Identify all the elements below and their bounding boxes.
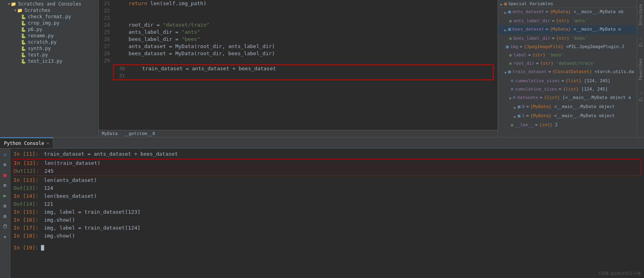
watermark: CSDN @吉林大学王小楠 [599, 271, 641, 276]
sidebar-item-p6[interactable]: 🐍 p6.py [0, 26, 98, 33]
var-row-bees-dataset[interactable]: ▶ ▦ bees_dataset = {MyData} <__main__.My… [498, 25, 637, 35]
tab-python-console-label: Python Console [4, 141, 44, 146]
console-body: ↺ ≡ ■ ≡ ▶ ≡ ⚙ ⏱ + In [11]: train_dataset… [0, 149, 644, 278]
py-icon-crop-img: 🐍 [21, 21, 26, 26]
var-icon-dataset-1: ▦ [518, 113, 520, 119]
code-editor-content[interactable]: 21 return len(self.img_path) 22 23 24 ro… [99, 0, 498, 130]
list-button[interactable]: ≡ [1, 160, 9, 168]
side-label-structure[interactable]: Structure [638, 4, 643, 25]
code-line-26: 26 bees_label_dir = "bees" [99, 36, 498, 43]
var-row-datasets-0[interactable]: ▶ ▦ 0 = {MyData} <__main__.MyData object [498, 103, 637, 112]
var-icon-dataset-0: ▦ [518, 104, 520, 110]
clock-button[interactable]: ⏱ [1, 222, 9, 230]
sidebar-label-rename: rename.py [28, 33, 54, 39]
var-icon-label: ◉ [509, 52, 512, 58]
expand-icon-scratches: ▼ [14, 8, 16, 12]
list-button2[interactable]: ≡ [1, 181, 9, 189]
sidebar-label-check-format: check_format.py [28, 14, 71, 19]
run-button[interactable]: ▶ [1, 191, 9, 199]
sidebar-label-test: test.py [28, 52, 48, 58]
sidebar-item-test[interactable]: 🐍 test.py [0, 52, 98, 58]
variables-panel: ▶ ▦ Special Variables ▶ ▦ ants_dataset =… [498, 0, 637, 137]
add-button[interactable]: + [1, 233, 9, 241]
var-icon-cumulative: ≡ [511, 86, 514, 93]
sidebar-label-scratches-and-consoles: Scratches and Consoles [18, 1, 81, 7]
console-line-out13: Out[13]: 124 [14, 184, 641, 192]
variables-header[interactable]: ▶ ▦ Special Variables [498, 0, 637, 8]
var-row-len[interactable]: ◉ __len__ = {int} 2 [498, 121, 637, 129]
console-line-out14: Out[14]: 121 [14, 200, 641, 208]
console-line-in13: In [13]: len(ants_dataset) [14, 176, 641, 184]
var-icon-ants-label: ◉ [509, 18, 512, 24]
code-line-27: 27 ants_dataset = MyData(root_dir, ants_… [99, 43, 498, 50]
sidebar-item-scratches-and-consoles[interactable]: ▼ 📁 Scratches and Consoles [0, 1, 98, 7]
sidebar-item-synth[interactable]: 🐍 synth.py [0, 45, 98, 52]
var-row-ants-dataset[interactable]: ▶ ▦ ants_dataset = {MyData} <__main__.My… [498, 8, 637, 17]
py-icon-rename: 🐍 [21, 33, 26, 39]
sidebar-item-rename[interactable]: 🐍 rename.py [0, 33, 98, 39]
var-icon-train-dataset: ▦ [508, 69, 511, 75]
console-line-out12: Out[12]: 245 [14, 167, 640, 175]
var-row-train-dataset[interactable]: ▼ ▦ train_dataset = {ConcatDataset} <tor… [498, 68, 637, 77]
rerun-button[interactable]: ↺ [1, 150, 9, 158]
var-icon-bees-label: ◉ [509, 35, 512, 42]
sidebar-label-synth: synth.py [28, 46, 51, 51]
var-row-bees-label-dir[interactable]: ◉ bees_label_dir = {str} 'bees' [498, 35, 637, 43]
breadcrumb-method[interactable]: __getitem__0 [123, 131, 155, 136]
folder-scratches-icon: 📁 [17, 8, 23, 13]
sidebar-item-test-ic13[interactable]: 🐍 test_ic13.py [0, 58, 98, 64]
var-icon-bees-dataset: ▦ [508, 26, 511, 33]
console-line-in15: In [15]: img, label = train_dataset[123] [14, 208, 641, 216]
sidebar-label-scratches: Scratches [24, 8, 50, 13]
console-line-in18: In [18]: img.show() [14, 232, 641, 240]
side-panel-labels: Structure Z: : Favorites 2: : [637, 0, 644, 137]
sidebar-item-check-format[interactable]: 🐍 check_format.py [0, 14, 98, 20]
py-icon-test: 🐍 [21, 52, 26, 58]
var-row-img[interactable]: ▦ img = {JpegImageFile} <PIL.JpegImagePl… [498, 43, 637, 51]
var-row-ants-label-dir[interactable]: ◉ ants_label_dir = {str} 'ants' [498, 17, 637, 25]
console-output[interactable]: In [11]: train_dataset = ants_dataset + … [10, 149, 644, 278]
console-input-line[interactable]: In [19]: [14, 244, 641, 252]
var-row-label[interactable]: ◉ label = {str} 'bees' [498, 51, 637, 60]
sidebar-label-p6: p6.py [28, 27, 42, 32]
console-line-in12: In [12]: len(train_dataset) [14, 159, 640, 167]
side-label-favorites[interactable]: Favorites [638, 59, 643, 80]
console-line-in17: In [17]: img, label = train_dataset[124] [14, 224, 641, 232]
variables-expand-icon: ▶ [500, 2, 502, 6]
var-row-cumulative-sizes[interactable]: ≡ cumulative_sizes = {list} [124, 245] [498, 85, 637, 94]
console-empty-line [14, 240, 641, 244]
side-label-z[interactable]: Z: : [638, 37, 643, 47]
variables-header-label: Special Variables [508, 1, 553, 6]
settings-button[interactable]: ⚙ [1, 212, 9, 220]
tab-close-button[interactable]: ✕ [47, 141, 49, 145]
tab-python-console[interactable]: Python Console ✕ [0, 137, 53, 148]
code-line-23: 23 [99, 14, 498, 21]
stop-button[interactable]: ■ [1, 171, 9, 179]
sidebar-label-crop-img: crop_img.py [28, 20, 59, 26]
console-toolbar: ↺ ≡ ■ ≡ ▶ ≡ ⚙ ⏱ + [0, 149, 10, 278]
var-row-datasets-1[interactable]: ▶ ▦ 1 = {MyData} <__main__.MyData object [498, 112, 637, 121]
code-editor: 21 return len(self.img_path) 22 23 24 ro… [99, 0, 498, 137]
var-row-datasets[interactable]: ▼ ≡ datasets = {list} [<__main__.MyData … [498, 94, 637, 103]
code-line-24: 24 root_dir = "dataset/train" [99, 21, 498, 29]
code-line-25: 25 ants_label_dir = "ants" [99, 29, 498, 36]
folder-icon: 📁 [11, 2, 16, 7]
sidebar-item-scratch[interactable]: 🐍 scratch.py [0, 39, 98, 45]
var-icon-ants-dataset: ▦ [508, 9, 511, 15]
file-tree: ▼ 📁 Scratches and Consoles ▼ 📁 Scratches… [0, 0, 99, 137]
py-icon-test-ic13: 🐍 [21, 59, 26, 64]
sidebar-item-scratches[interactable]: ▼ 📁 Scratches [0, 7, 98, 14]
console-line-in16: In [16]: img.show() [14, 216, 641, 224]
list-button3[interactable]: ≡ [1, 202, 9, 210]
highlighted-code-block: 30 train_dataset = ants_dataset + bees_d… [113, 64, 494, 80]
console-line-in11: In [11]: train_dataset = ants_dataset + … [14, 150, 641, 158]
var-icon-cummulative: ≡ [511, 78, 514, 84]
var-row-cummulative-sizes[interactable]: ≡ cummulative_sizes = {list} [124, 245] [498, 77, 637, 85]
expand-icon: ▼ [8, 2, 10, 6]
py-icon-scratch: 🐍 [21, 40, 26, 45]
breadcrumb-class[interactable]: MyData [102, 131, 118, 136]
sidebar-item-crop-img[interactable]: 🐍 crop_img.py [0, 20, 98, 26]
code-line-30: 30 train_dataset = ants_dataset + bees_d… [114, 65, 493, 72]
var-row-root-dir[interactable]: ◉ root_dir = {str} 'dataset/train' [498, 60, 637, 68]
side-label-z2[interactable]: 2: : [638, 92, 643, 102]
